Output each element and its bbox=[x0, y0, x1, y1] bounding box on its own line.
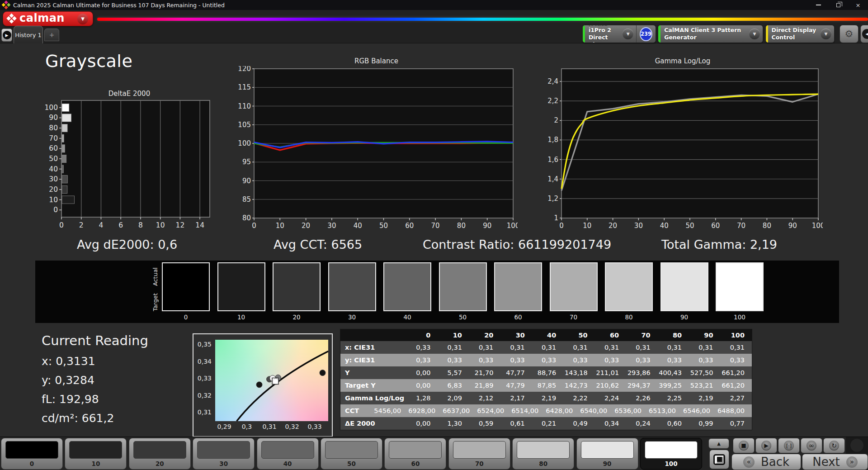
pattern-patch-button-30[interactable]: 30 bbox=[193, 438, 255, 470]
svg-text:30: 30 bbox=[327, 222, 336, 230]
table-cell: 0,31 bbox=[658, 344, 689, 351]
swatch-level-label: 0 bbox=[162, 313, 210, 321]
cie-x-tick: 0,32 bbox=[282, 423, 302, 430]
spectrum-bar bbox=[97, 18, 868, 21]
svg-text:0: 0 bbox=[252, 222, 256, 230]
table-cell: 0,31 bbox=[438, 344, 469, 351]
cie-x-tick: 0,3 bbox=[237, 423, 257, 430]
patch-swatch bbox=[197, 441, 250, 459]
table-cell: 0,00 bbox=[406, 420, 438, 427]
swatch-level-label: 50 bbox=[439, 313, 487, 321]
table-cell: 2,26 bbox=[626, 394, 657, 402]
table-cell: 0,60 bbox=[658, 420, 689, 427]
table-row: ΔE 20000,001,300,590,610,210,490,340,240… bbox=[340, 417, 752, 430]
table-cell: 0,59 bbox=[469, 420, 500, 427]
svg-text:60: 60 bbox=[405, 222, 414, 230]
table-column-header: 90 bbox=[689, 332, 720, 339]
meter-dropdown[interactable]: X-Rite i1Pro 2Direct View ▼ 239 bbox=[582, 25, 656, 43]
table-row-label: CCT bbox=[340, 407, 374, 414]
svg-text:40: 40 bbox=[354, 222, 362, 230]
app-icon bbox=[1, 0, 11, 9]
reading-y: y: 0,3284 bbox=[42, 374, 148, 387]
svg-text:80: 80 bbox=[457, 222, 466, 230]
table-cell: 0,33 bbox=[626, 356, 657, 364]
deltae-chart: DeltaE 200002468101214010203040506070809… bbox=[45, 90, 213, 231]
loop-button[interactable]: ∞ bbox=[801, 438, 822, 453]
reading-x: x: 0,3131 bbox=[42, 355, 148, 368]
calman-menu-button[interactable]: calman ▼ bbox=[3, 11, 93, 26]
svg-text:90: 90 bbox=[483, 222, 491, 230]
pattern-patch-button-20[interactable]: 20 bbox=[129, 438, 191, 470]
meter-count-badge[interactable]: 239 bbox=[640, 27, 652, 41]
patch-swatch bbox=[581, 441, 634, 459]
table-row-label: x: CIE31 bbox=[340, 344, 406, 351]
next-button[interactable]: Next » bbox=[802, 454, 868, 470]
play-button[interactable]: ▶ bbox=[755, 438, 777, 453]
svg-text:50: 50 bbox=[49, 155, 58, 163]
pattern-generator-dropdown[interactable]: CalMAN Client 3 Pattern Generator ▼ bbox=[658, 25, 763, 43]
workflow-play-button[interactable]: ▶ bbox=[1, 28, 12, 42]
table-column-header: 100 bbox=[721, 332, 752, 339]
pattern-patch-button-90[interactable]: 90 bbox=[576, 438, 638, 470]
gear-icon: ⚙ bbox=[845, 28, 854, 39]
collapse-panel-button[interactable]: ◀ bbox=[860, 25, 868, 43]
stat-total-gamma: Total Gamma: 2,19 bbox=[661, 237, 777, 252]
table-cell: 0,33 bbox=[532, 356, 563, 364]
patch-swatch bbox=[645, 441, 698, 459]
chart-title: Gamma Log/Log bbox=[542, 57, 823, 66]
table-cell: 2,22 bbox=[563, 394, 594, 402]
grayscale-swatch-100 bbox=[716, 262, 764, 311]
close-button[interactable]: × bbox=[848, 0, 868, 10]
grayscale-swatch-30 bbox=[328, 262, 376, 311]
grayscale-swatch-50 bbox=[439, 262, 487, 311]
pattern-patch-button-0[interactable]: 0 bbox=[1, 438, 63, 470]
cie-plot-area bbox=[215, 340, 328, 421]
pattern-patch-button-80[interactable]: 80 bbox=[512, 438, 574, 470]
table-row: Target Y0,006,8321,8947,7987,85142,73210… bbox=[340, 379, 752, 392]
settings-button[interactable]: ⚙ bbox=[840, 25, 859, 43]
swatch-level-label: 60 bbox=[494, 313, 542, 321]
refresh-button[interactable]: ↻ bbox=[823, 438, 845, 453]
table-cell: 0,34 bbox=[595, 420, 626, 427]
svg-text:12: 12 bbox=[176, 221, 185, 229]
back-button[interactable]: « Back bbox=[731, 454, 801, 470]
table-column-header: 80 bbox=[658, 332, 689, 339]
grayscale-swatch-strip: Actual Target 0102030405060708090100 bbox=[35, 261, 839, 323]
cie-x-tick: 0,31 bbox=[259, 423, 279, 430]
pattern-patch-button-10[interactable]: 10 bbox=[65, 438, 127, 470]
restore-button[interactable] bbox=[828, 0, 848, 10]
svg-text:100: 100 bbox=[238, 139, 251, 147]
grayscale-swatch-20 bbox=[273, 262, 321, 311]
table-cell: 0,31 bbox=[500, 344, 532, 351]
svg-text:2,4: 2,4 bbox=[547, 77, 558, 85]
table-cell: 2,09 bbox=[438, 394, 469, 402]
svg-text:1,6: 1,6 bbox=[547, 156, 558, 164]
pattern-patch-button-40[interactable]: 40 bbox=[257, 438, 319, 470]
table-cell: 2,17 bbox=[500, 394, 532, 402]
svg-text:10: 10 bbox=[49, 196, 58, 204]
stat-contrast-ratio: Contrast Ratio: 661199201749 bbox=[423, 237, 611, 252]
stop-button[interactable]: ■ bbox=[733, 438, 755, 453]
svg-text:30: 30 bbox=[49, 175, 58, 183]
table-cell: 21,89 bbox=[469, 382, 500, 389]
pattern-patch-button-100[interactable]: 100 bbox=[640, 438, 702, 470]
step-button[interactable]: [·] bbox=[778, 438, 800, 453]
svg-text:110: 110 bbox=[238, 102, 251, 110]
pattern-patch-button-70[interactable]: 70 bbox=[448, 438, 510, 470]
tab-history-1[interactable]: History 1 bbox=[14, 26, 43, 43]
display-control-dropdown[interactable]: Direct Display Control ▼ bbox=[765, 25, 835, 43]
cie-y-tick: 0,32 bbox=[193, 392, 212, 399]
expand-panel-button[interactable]: ▲ bbox=[708, 438, 729, 449]
table-cell: 2,19 bbox=[532, 394, 563, 402]
svg-text:14: 14 bbox=[195, 221, 204, 229]
table-cell: 0,33 bbox=[500, 356, 532, 364]
cie-y-tick: 0,31 bbox=[193, 408, 212, 416]
add-tab-button[interactable]: + bbox=[44, 28, 59, 41]
pattern-window-button[interactable] bbox=[709, 450, 729, 469]
minimize-button[interactable] bbox=[808, 0, 828, 10]
patch-label: 20 bbox=[129, 460, 190, 467]
table-row-label: y: CIE31 bbox=[340, 356, 406, 364]
patch-label: 90 bbox=[577, 460, 638, 467]
pattern-patch-button-50[interactable]: 50 bbox=[321, 438, 382, 470]
pattern-patch-button-60[interactable]: 60 bbox=[384, 438, 446, 470]
